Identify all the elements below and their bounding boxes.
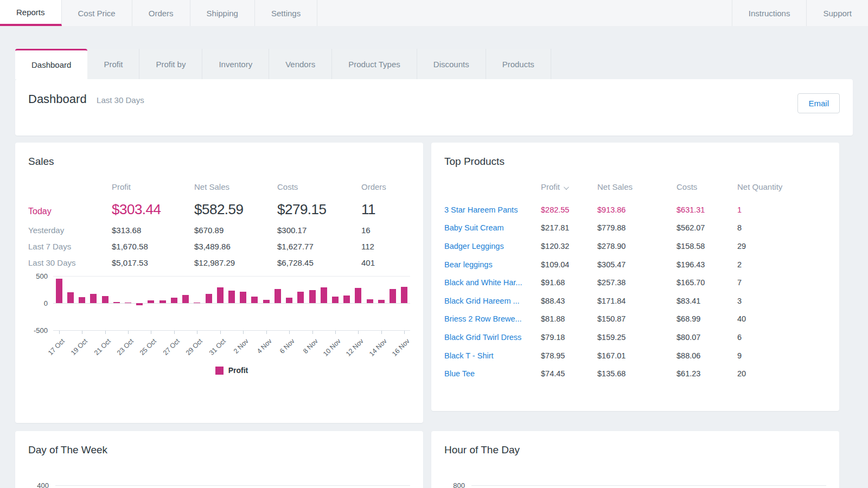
product-row: Badger Leggings$120.32$278.90$158.5829 (444, 237, 826, 255)
day-of-week-gridline (55, 485, 410, 486)
tab-profit-by[interactable]: Profit by (139, 49, 202, 79)
tab-vendors[interactable]: Vendors (269, 49, 332, 79)
nav-item-orders[interactable]: Orders (132, 0, 190, 26)
product-row: 3 Star Hareem Pants$282.55$913.86$631.31… (444, 201, 826, 219)
product-row: Briess 2 Row Brewe...$81.88$150.87$68.99… (444, 310, 826, 329)
product-name-link[interactable]: Black Grid Twirl Dress (444, 333, 541, 342)
product-name-link[interactable]: Black and White Har... (444, 278, 541, 287)
sales-row: Yesterday$313.68$670.89$300.1716 (28, 226, 410, 235)
sales-chart-xaxis: 17 Oct19 Oct21 Oct23 Oct25 Oct27 Oct29 O… (53, 330, 410, 363)
products-header-profit-sort[interactable]: Profit (541, 182, 597, 191)
sales-orders-value: 401 (361, 258, 410, 267)
profit-bar (251, 297, 258, 303)
products-header-costs[interactable]: Costs (676, 182, 737, 191)
product-profit-value: $109.04 (541, 260, 597, 269)
x-axis-tick (289, 331, 290, 334)
product-costs-value: $68.99 (676, 314, 737, 323)
x-axis-tick (358, 331, 359, 334)
product-net-sales-value: $913.86 (597, 206, 676, 214)
sales-costs-value: $1,627.77 (277, 242, 361, 251)
profit-bar (343, 296, 350, 304)
product-row: Blue Tee$74.45$135.68$61.2320 (444, 364, 826, 383)
profit-bar (332, 297, 339, 304)
email-button[interactable]: Email (797, 93, 840, 113)
product-qty-value: 40 (737, 314, 826, 323)
product-profit-value: $78.95 (541, 351, 597, 360)
sales-header-costs: Costs (277, 182, 361, 191)
product-name-link[interactable]: Bear leggings (444, 260, 541, 269)
product-name-link[interactable]: Badger Leggings (444, 242, 541, 251)
products-header-net-sales[interactable]: Net Sales (597, 182, 676, 191)
product-row: Black Grid Hareem ...$88.43$171.84$83.41… (444, 292, 826, 310)
profit-bar (113, 302, 120, 303)
product-row: Bear leggings$109.04$305.47$196.432 (444, 255, 826, 274)
sales-table: Today$303.44$582.59$279.1511Yesterday$31… (28, 201, 410, 267)
x-axis-tick (243, 331, 244, 334)
nav-item-support[interactable]: Support (806, 0, 868, 26)
nav-item-shipping[interactable]: Shipping (190, 0, 255, 26)
x-axis-label: 31 Oct (200, 337, 227, 365)
top-products-table: 3 Star Hareem Pants$282.55$913.86$631.31… (444, 201, 826, 383)
sales-chart: 500 0 -500 17 Oct19 Oct21 Oct23 Oct25 Oc… (28, 276, 410, 375)
product-name-link[interactable]: Black Grid Hareem ... (444, 297, 541, 305)
product-costs-value: $83.41 (676, 297, 737, 305)
sales-net-sales-value: $582.59 (194, 201, 277, 218)
sales-costs-value: $6,728.45 (277, 258, 361, 267)
x-axis-tick (82, 331, 82, 334)
nav-item-cost-price[interactable]: Cost Price (62, 0, 132, 26)
product-profit-value: $91.68 (541, 278, 597, 287)
profit-bar (390, 289, 396, 303)
product-costs-value: $165.70 (676, 278, 737, 287)
product-qty-value: 8 (737, 223, 826, 232)
x-axis-label: 27 Oct (154, 337, 181, 365)
tab-profit[interactable]: Profit (87, 49, 139, 79)
sales-row-label: Today (28, 207, 112, 216)
nav-item-reports[interactable]: Reports (0, 0, 62, 26)
tab-product-types[interactable]: Product Types (332, 49, 417, 79)
product-name-link[interactable]: Briess 2 Row Brewe... (444, 314, 541, 323)
nav-item-instructions[interactable]: Instructions (732, 0, 807, 26)
x-axis-label: 17 Oct (39, 337, 66, 365)
day-of-week-title: Day of The Week (28, 444, 410, 456)
product-net-sales-value: $135.68 (597, 369, 676, 378)
product-name-link[interactable]: Blue Tee (444, 369, 541, 378)
top-products-card: Top Products Profit Net Sales Costs Net … (431, 143, 839, 411)
product-row: Black Grid Twirl Dress$79.18$159.25$80.0… (444, 328, 826, 346)
product-net-sales-value: $779.88 (597, 223, 676, 232)
profit-bar (102, 296, 108, 304)
products-header-net-quantity[interactable]: Net Quantity (737, 182, 826, 191)
x-axis-label: 21 Oct (85, 337, 112, 365)
profit-bar (297, 292, 304, 303)
profit-bar (171, 298, 177, 303)
sales-row: Last 7 Days$1,670.58$3,489.86$1,627.7711… (28, 242, 410, 251)
tab-dashboard[interactable]: Dashboard (15, 49, 87, 79)
tab-inventory[interactable]: Inventory (202, 49, 269, 79)
profit-bar (206, 294, 212, 303)
product-costs-value: $88.06 (676, 351, 737, 360)
product-name-link[interactable]: 3 Star Hareem Pants (444, 206, 541, 214)
profit-legend-swatch-icon (215, 367, 224, 375)
sales-net-sales-value: $670.89 (194, 226, 277, 235)
x-axis-label: 29 Oct (176, 337, 204, 365)
product-costs-value: $80.07 (676, 333, 737, 342)
report-tabs: Dashboard Profit Profit by Inventory Ven… (15, 49, 853, 79)
tab-discounts[interactable]: Discounts (417, 49, 486, 79)
profit-bar (56, 279, 62, 303)
products-header-spacer (444, 182, 541, 191)
hour-of-day-card: Hour of The Day 800 (431, 431, 839, 488)
hour-of-day-chart-axis: 800 (444, 481, 826, 488)
product-profit-value: $88.43 (541, 297, 597, 305)
profit-bar (228, 291, 235, 303)
nav-item-settings[interactable]: Settings (255, 0, 317, 26)
product-net-sales-value: $278.90 (597, 242, 676, 251)
dashboard-header-card: Dashboard Last 30 Days Email (15, 79, 853, 136)
x-axis-label: 6 Nov (269, 337, 296, 365)
profit-bar (182, 295, 189, 303)
hour-of-day-gridline (471, 485, 826, 486)
x-axis-tick (312, 331, 313, 334)
tab-products[interactable]: Products (486, 49, 551, 79)
product-name-link[interactable]: Black T - Shirt (444, 351, 541, 360)
product-name-link[interactable]: Baby Suit Cream (444, 223, 541, 232)
profit-bar (67, 292, 74, 304)
x-axis-tick (151, 331, 151, 334)
